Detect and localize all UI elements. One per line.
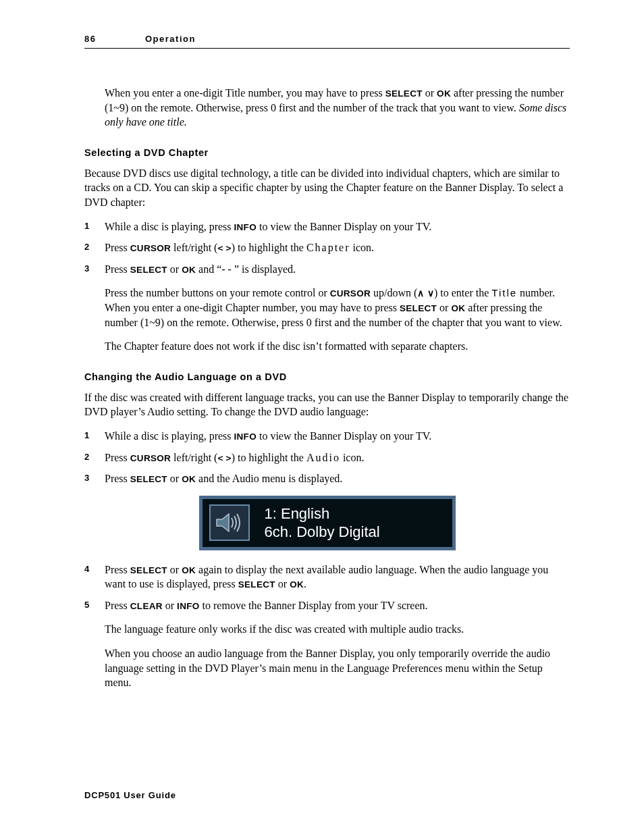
heading-chapter: Selecting a DVD Chapter: [84, 147, 570, 158]
key-select: SELECT: [130, 474, 167, 484]
text: and “- - ” is displayed.: [196, 263, 296, 275]
audio-display-text: 1: English 6ch. Dolby Digital: [265, 504, 380, 542]
key-info: INFO: [234, 222, 257, 232]
key-cursor: CURSOR: [330, 288, 371, 298]
key-select: SELECT: [385, 88, 423, 99]
text: icon.: [340, 452, 365, 463]
text: or: [437, 302, 451, 313]
text: Press the number buttons on your remote …: [105, 287, 330, 298]
text: ) to highlight the: [232, 242, 306, 253]
intro-paragraph: When you enter a one-digit Title number,…: [105, 86, 570, 130]
text: icon.: [350, 242, 375, 253]
text: to view the Banner Display on your TV.: [257, 221, 431, 232]
text: to view the Banner Display on your TV.: [257, 430, 431, 442]
section-title: Operation: [145, 34, 196, 44]
key-cursor: CURSOR: [130, 243, 171, 253]
audio-line-2: 6ch. Dolby Digital: [265, 523, 380, 542]
lt-icon: <: [217, 453, 223, 463]
text: left/right (: [171, 452, 217, 463]
chapter-steps: While a disc is playing, press INFO to v…: [84, 219, 570, 277]
audio-menu-display: 1: English 6ch. Dolby Digital: [199, 496, 456, 550]
chapter-note-2: The Chapter feature does not work if the…: [105, 339, 570, 354]
key-select: SELECT: [130, 265, 167, 275]
text: Press: [105, 600, 130, 611]
key-select: SELECT: [400, 303, 437, 313]
text: Press: [105, 242, 130, 253]
text: or: [167, 263, 182, 275]
lt-icon: <: [217, 243, 223, 253]
step-3: Press SELECT or OK and the Audio menu is…: [84, 471, 570, 486]
text: or: [167, 564, 182, 575]
audio-steps-1-3: While a disc is playing, press INFO to v…: [84, 429, 570, 486]
audio-word: Audio: [306, 452, 340, 463]
audio-intro: If the disc was created with different l…: [84, 390, 570, 419]
text: While a disc is playing, press: [105, 430, 234, 442]
key-info: INFO: [177, 601, 199, 611]
key-cursor: CURSOR: [130, 453, 171, 463]
key-select: SELECT: [130, 565, 167, 575]
down-icon: ∨: [427, 288, 434, 298]
gt-icon: >: [226, 243, 232, 253]
chapter-intro: Because DVD discs use digital technology…: [84, 166, 570, 210]
chapter-word: Chapter: [306, 242, 350, 253]
step-1: While a disc is playing, press INFO to v…: [84, 219, 570, 234]
chapter-note-1: Press the number buttons on your remote …: [105, 286, 570, 330]
text: ) to highlight the: [232, 452, 306, 463]
gt-icon: >: [226, 453, 232, 463]
content: When you enter a one-digit Title number,…: [105, 86, 570, 130]
text: up/down (: [371, 287, 417, 298]
text: Press: [105, 473, 130, 484]
text: or: [167, 473, 182, 484]
key-clear: CLEAR: [130, 601, 163, 611]
key-ok: OK: [290, 579, 304, 590]
key-info: INFO: [234, 432, 257, 442]
text: .: [304, 578, 306, 590]
page-number: 86: [84, 34, 145, 44]
step-1: While a disc is playing, press INFO to v…: [84, 429, 570, 444]
audio-note-1: The language feature only works if the d…: [105, 622, 570, 637]
text: and the Audio menu is displayed.: [196, 473, 342, 484]
audio-steps-4-5: Press SELECT or OK again to display the …: [84, 563, 570, 613]
text: Press: [105, 263, 130, 275]
text: ) to enter the: [434, 287, 491, 298]
key-ok: OK: [451, 303, 465, 313]
text: to remove the Banner Display from your T…: [200, 600, 428, 611]
step-4: Press SELECT or OK again to display the …: [84, 563, 570, 592]
step-5: Press CLEAR or INFO to remove the Banner…: [84, 598, 570, 613]
key-ok: OK: [437, 88, 451, 99]
key-ok: OK: [182, 265, 196, 275]
key-ok: OK: [182, 474, 196, 484]
text: or: [163, 600, 177, 611]
footer-label: DCP501 User Guide: [84, 790, 176, 800]
page-header: 86 Operation: [84, 34, 570, 49]
step-2: Press CURSOR left/right (< >) to highlig…: [84, 240, 570, 255]
text: left/right (: [171, 242, 217, 253]
up-icon: ∧: [417, 288, 424, 298]
key-select: SELECT: [238, 579, 275, 590]
text: or: [275, 578, 290, 590]
page: 86 Operation When you enter a one-digit …: [0, 0, 644, 834]
heading-audio: Changing the Audio Language on a DVD: [84, 371, 570, 382]
audio-line-1: 1: English: [265, 504, 380, 523]
text: While a disc is playing, press: [105, 221, 234, 232]
step-2: Press CURSOR left/right (< >) to highlig…: [84, 450, 570, 465]
step-3: Press SELECT or OK and “- - ” is display…: [84, 262, 570, 277]
svg-marker-0: [217, 514, 229, 531]
speaker-icon: [209, 504, 250, 541]
text: Press: [105, 452, 130, 463]
text: or: [423, 87, 437, 99]
key-ok: OK: [182, 565, 196, 575]
text: When you enter a one-digit Title number,…: [105, 87, 385, 99]
audio-note-2: When you choose an audio language from t…: [105, 646, 570, 690]
title-word: Title: [491, 287, 517, 298]
text: Press: [105, 564, 130, 575]
